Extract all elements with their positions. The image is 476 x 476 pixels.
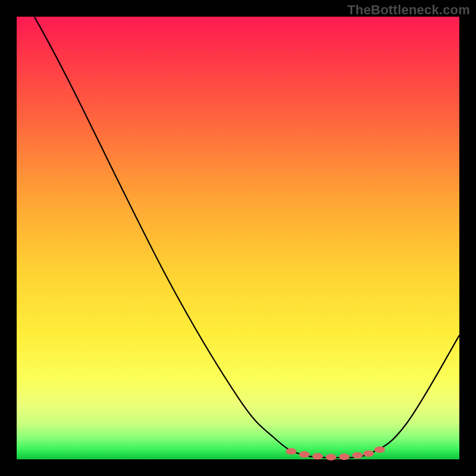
- curve-marker: [299, 451, 310, 458]
- bottleneck-curve: [35, 17, 459, 458]
- curve-markers: [286, 446, 385, 461]
- curve-marker: [374, 446, 385, 453]
- curve-svg: [17, 17, 459, 459]
- watermark-text: TheBottleneck.com: [347, 2, 470, 18]
- curve-marker: [339, 453, 350, 460]
- curve-marker: [312, 453, 323, 459]
- chart-frame: TheBottleneck.com: [0, 0, 476, 476]
- curve-marker: [286, 448, 296, 455]
- curve-marker: [352, 452, 363, 459]
- curve-marker: [325, 454, 336, 461]
- curve-marker: [363, 450, 374, 457]
- plot-area: [17, 17, 459, 459]
